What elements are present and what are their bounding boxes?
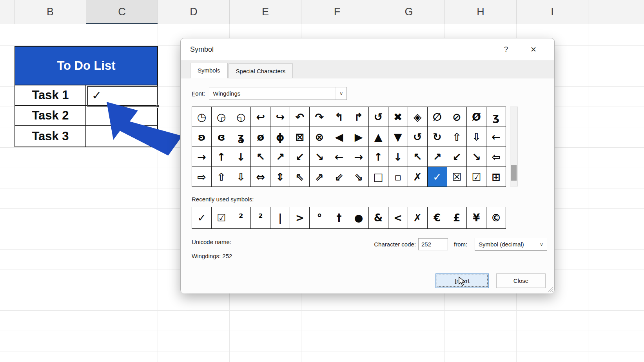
symbol-cell[interactable]: ◷ xyxy=(192,107,212,127)
resize-grip-icon[interactable] xyxy=(547,286,553,292)
recent-symbol-cell[interactable]: | xyxy=(270,207,290,229)
symbol-cell[interactable]: ↙ xyxy=(447,147,467,167)
symbol-cell[interactable]: ← xyxy=(329,147,349,167)
symbol-cell[interactable]: ↩ xyxy=(251,107,270,127)
symbol-cell[interactable]: ◶ xyxy=(212,107,231,127)
recent-symbol-cell[interactable]: ° xyxy=(310,207,329,229)
symbol-cell[interactable]: ✖ xyxy=(388,107,408,127)
recent-symbol-cell[interactable]: † xyxy=(329,207,349,229)
close-button[interactable]: Close xyxy=(496,273,546,288)
from-combobox[interactable]: Symbol (decimal) ∨ xyxy=(475,238,547,251)
symbol-cell[interactable]: ↑ xyxy=(369,147,388,167)
symbol-cell[interactable]: ↺ xyxy=(369,107,388,127)
symbol-cell[interactable]: ⊘ xyxy=(447,107,467,127)
symbol-cell[interactable]: ↪ xyxy=(270,107,290,127)
symbol-cell[interactable]: ↓ xyxy=(231,147,251,167)
symbol-cell[interactable]: ◈ xyxy=(408,107,428,127)
symbol-cell[interactable]: ↓ xyxy=(388,147,408,167)
dialog-titlebar[interactable]: Symbol ? ✕ xyxy=(181,38,554,60)
chevron-down-icon[interactable]: ∨ xyxy=(536,238,547,250)
tab-special-characters[interactable]: Special Characters xyxy=(229,63,293,78)
task-cell[interactable]: Task 2 xyxy=(15,106,86,125)
symbol-cell[interactable]: ⊗ xyxy=(310,127,329,147)
symbol-cell[interactable]: ▼ xyxy=(388,127,408,147)
symbol-cell[interactable]: ↑ xyxy=(212,147,231,167)
recent-symbol-cell[interactable]: ☑ xyxy=(212,207,231,229)
fill-handle[interactable] xyxy=(156,105,159,108)
column-header-H[interactable]: H xyxy=(445,0,517,24)
insert-button[interactable]: Insert xyxy=(435,273,489,288)
column-header-G[interactable]: G xyxy=(373,0,445,24)
column-header-E[interactable]: E xyxy=(230,0,301,24)
symbol-cell[interactable]: ʒ xyxy=(486,107,506,127)
symbol-cell[interactable]: ø xyxy=(251,127,270,147)
symbol-cell[interactable]: ◵ xyxy=(231,107,251,127)
column-header-B[interactable]: B xyxy=(15,0,86,24)
column-header-F[interactable]: F xyxy=(301,0,373,24)
symbol-cell[interactable]: ɞ xyxy=(212,127,231,147)
symbol-cell[interactable]: ▫ xyxy=(388,167,408,187)
symbol-cell[interactable]: ✗ xyxy=(408,167,428,187)
symbol-cell[interactable]: ⇖ xyxy=(290,167,310,187)
symbol-cell-selected[interactable]: ✓ xyxy=(428,167,447,187)
recent-symbol-cell[interactable]: ² xyxy=(251,207,270,229)
symbol-cell[interactable]: ↶ xyxy=(290,107,310,127)
task-cell[interactable]: Task 3 xyxy=(15,126,86,147)
symbol-cell[interactable]: ↖ xyxy=(251,147,270,167)
symbol-cell[interactable]: ∅ xyxy=(428,107,447,127)
symbol-cell[interactable]: ⇗ xyxy=(310,167,329,187)
symbol-cell[interactable]: ↺ xyxy=(408,127,428,147)
symbol-cell[interactable]: ɸ xyxy=(270,127,290,147)
recent-symbol-cell[interactable]: ¥ xyxy=(467,207,486,229)
symbol-cell[interactable]: ↻ xyxy=(428,127,447,147)
symbol-cell[interactable]: ⇨ xyxy=(192,167,212,187)
symbol-grid-scrollbar[interactable] xyxy=(510,107,518,186)
help-button[interactable]: ? xyxy=(500,45,512,54)
symbol-cell[interactable]: ↱ xyxy=(349,107,369,127)
symbol-cell[interactable]: ⇦ xyxy=(486,147,506,167)
symbol-cell[interactable]: Ø xyxy=(467,107,486,127)
symbol-cell[interactable]: → xyxy=(192,147,212,167)
symbol-cell[interactable]: ↷ xyxy=(310,107,329,127)
font-combobox[interactable]: Wingdings ∨ xyxy=(209,87,347,100)
symbol-cell[interactable]: □ xyxy=(369,167,388,187)
status-cell[interactable] xyxy=(86,126,157,147)
symbol-cell[interactable]: ▶ xyxy=(349,127,369,147)
symbol-cell[interactable]: ↘ xyxy=(467,147,486,167)
recent-symbol-cell[interactable]: ✗ xyxy=(408,207,428,229)
status-cell[interactable] xyxy=(86,106,157,125)
symbol-cell[interactable]: ⊞ xyxy=(486,167,506,187)
column-header-C[interactable]: C xyxy=(86,0,158,24)
symbol-cell[interactable]: ◀ xyxy=(329,127,349,147)
recent-symbol-cell[interactable]: ² xyxy=(231,207,251,229)
symbol-cell[interactable]: → xyxy=(349,147,369,167)
recent-symbol-cell[interactable]: & xyxy=(369,207,388,229)
column-header-D[interactable]: D xyxy=(158,0,230,24)
recent-symbol-cell[interactable]: ✓ xyxy=(192,207,212,229)
recent-symbol-cell[interactable]: > xyxy=(290,207,310,229)
symbol-cell[interactable]: ⇙ xyxy=(329,167,349,187)
symbol-cell[interactable]: ⇧ xyxy=(447,127,467,147)
recent-symbol-cell[interactable]: < xyxy=(388,207,408,229)
symbol-cell[interactable]: ↗ xyxy=(428,147,447,167)
symbol-cell[interactable]: ʓ xyxy=(231,127,251,147)
symbol-cell[interactable]: ⇩ xyxy=(231,167,251,187)
symbol-cell[interactable]: ⇕ xyxy=(270,167,290,187)
symbol-cell[interactable]: ↗ xyxy=(270,147,290,167)
symbol-cell[interactable]: ▲ xyxy=(369,127,388,147)
character-code-input[interactable] xyxy=(418,238,448,250)
recent-symbol-cell[interactable]: © xyxy=(486,207,506,229)
symbol-cell[interactable]: ⇘ xyxy=(349,167,369,187)
selected-cell-outline[interactable] xyxy=(87,86,158,107)
symbol-cell[interactable]: ☒ xyxy=(447,167,467,187)
symbol-cell[interactable]: ⇔ xyxy=(251,167,270,187)
symbol-cell[interactable]: ↘ xyxy=(310,147,329,167)
symbol-cell[interactable]: ↙ xyxy=(290,147,310,167)
chevron-down-icon[interactable]: ∨ xyxy=(336,87,346,100)
symbol-cell[interactable]: ⊠ xyxy=(290,127,310,147)
recent-symbol-cell[interactable]: € xyxy=(428,207,447,229)
column-header-I[interactable]: I xyxy=(517,0,588,24)
recent-symbol-cell[interactable]: ● xyxy=(349,207,369,229)
symbol-cell[interactable]: ʚ xyxy=(192,127,212,147)
task-cell[interactable]: Task 1 xyxy=(15,85,86,105)
